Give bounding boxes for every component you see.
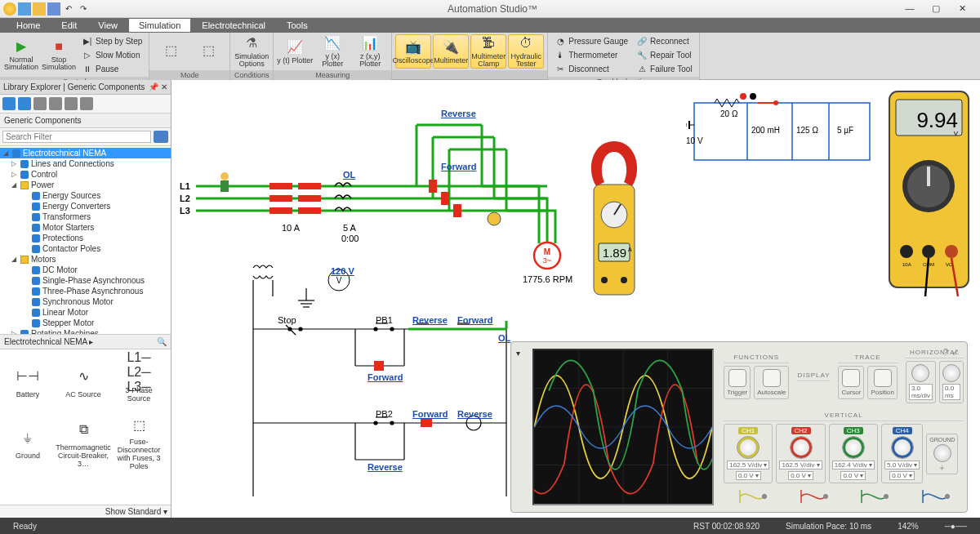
failure-tool[interactable]: ⚠Failure Tool: [633, 62, 696, 75]
palette-breaker[interactable]: ⧉Thermomagnetic Circuit-Breaker, 3…: [56, 411, 111, 472]
lib-tool-3[interactable]: [33, 97, 47, 110]
breadcrumb[interactable]: Electrotechnical NEMA ▸ 🔍: [0, 334, 171, 349]
tab-electrotechnical[interactable]: Electrotechnical: [192, 19, 275, 32]
sim-options[interactable]: ⚗Simulation Options: [234, 34, 270, 69]
tab-home[interactable]: Home: [7, 19, 50, 32]
qat-undo-icon[interactable]: ↶: [62, 2, 75, 16]
scope-ch3[interactable]: CH3162.4 V/div ▾0.0 V ▾: [829, 424, 878, 483]
zxy-plotter[interactable]: 📊z (x,y) Plotter: [352, 34, 388, 69]
lib-tool-5[interactable]: [65, 97, 78, 110]
tree-node[interactable]: Single-Phase Asynchronous: [0, 275, 171, 286]
tree-node[interactable]: DC Motor: [0, 265, 171, 275]
scope-ch4[interactable]: CH45.0 V/div ▾0.0 V ▾: [881, 424, 923, 483]
component-tree[interactable]: ◢Electrotechnical NEMA▷Lines and Connect…: [0, 146, 171, 334]
palette-footer[interactable]: Show Standard ▾: [0, 505, 171, 518]
scope-probe-3[interactable]: [858, 487, 889, 508]
tree-node[interactable]: Synchronous Motor: [0, 296, 171, 307]
timebase-knob[interactable]: 3.0 ms/div: [906, 361, 936, 403]
thermometer[interactable]: 🌡Thermometer: [551, 48, 631, 61]
tab-edit[interactable]: Edit: [51, 19, 87, 32]
search-options-icon[interactable]: [154, 131, 168, 143]
tab-view[interactable]: View: [88, 19, 127, 32]
oscilloscope[interactable]: 📺Oscilloscope: [395, 34, 431, 69]
stop-label: Stop: [278, 315, 296, 325]
ribbon: ▶Normal Simulation■Stop Simulation▶|Step…: [0, 33, 980, 80]
tree-node[interactable]: Stepper Motor: [0, 318, 171, 328]
yt-plotter[interactable]: 📈y (t) Plotter: [277, 34, 313, 69]
expand-icon[interactable]: ⤢: [951, 347, 959, 358]
palette-fuse-disc[interactable]: ⬚Fuse-Disconnector with Fuses, 3 Poles: [111, 411, 167, 472]
tree-node[interactable]: ▷Control: [0, 169, 171, 180]
panel-pin-icon[interactable]: 📌 ✕: [149, 82, 167, 91]
lib-tool-6[interactable]: [80, 97, 93, 110]
lib-tool-2[interactable]: [18, 97, 31, 110]
palette-ground[interactable]: ⏚Ground: [0, 411, 56, 472]
tree-node[interactable]: ◢Motors: [0, 254, 171, 265]
step-by-step[interactable]: ▶|Step by Step: [78, 34, 145, 47]
hydraulic-tester[interactable]: ⏱Hydraulic Tester: [508, 34, 544, 69]
qat-open-icon[interactable]: [33, 2, 46, 16]
qat-redo-icon[interactable]: ↷: [77, 2, 90, 16]
tree-node[interactable]: Energy Converters: [0, 201, 171, 211]
slow-motion[interactable]: ▷Slow Motion: [78, 48, 145, 61]
autoscale-button[interactable]: Autoscale: [754, 366, 789, 399]
tree-node[interactable]: ◢Electrotechnical NEMA: [0, 148, 171, 158]
tree-node[interactable]: Motor Starters: [0, 222, 171, 233]
scope-probe-2[interactable]: [798, 487, 829, 508]
scope-close-icon[interactable]: ▾: [516, 349, 520, 358]
pressure-gauge[interactable]: ◔Pressure Gauge: [551, 34, 631, 47]
horiz-offset-knob[interactable]: 0.0 ms: [939, 361, 964, 403]
tree-node[interactable]: Contactor Poles: [0, 243, 171, 254]
scope-ch1[interactable]: CH1162.5 V/div ▾0.0 V ▾: [724, 424, 773, 483]
reconnect[interactable]: 🔗Reconnect: [633, 34, 696, 47]
palette-ac-source[interactable]: ∿AC Source: [56, 349, 111, 411]
tree-node[interactable]: Transformers: [0, 211, 171, 222]
oscilloscope[interactable]: ▾ ? ⤢: [510, 341, 968, 513]
multimeter[interactable]: 🔌Multimeter: [433, 34, 469, 69]
stop-sim[interactable]: ■Stop Simulation: [41, 38, 77, 72]
minimize-button[interactable]: —: [900, 3, 920, 14]
mode-a[interactable]: ⬚: [153, 34, 189, 69]
scope-probe-1[interactable]: [737, 487, 768, 508]
tree-node[interactable]: ◢Power: [0, 180, 171, 190]
maximize-button[interactable]: ▢: [926, 3, 946, 14]
help-icon[interactable]: ?: [943, 347, 948, 358]
multimeter-clamp[interactable]: 🗜Multimeter Clamp: [470, 34, 506, 69]
diagram-canvas[interactable]: M 3~ L1 L2 L3 10 A OL 5 A 0:00 Reverse F…: [172, 80, 980, 518]
tree-node[interactable]: Energy Sources: [0, 190, 171, 201]
tree-node[interactable]: Protections: [0, 233, 171, 243]
repair-tool[interactable]: 🔧Repair Tool: [633, 48, 696, 61]
tree-node[interactable]: ▷Lines and Connections: [0, 158, 171, 169]
position-button[interactable]: Position: [867, 366, 897, 399]
qat-new-icon[interactable]: [18, 2, 31, 16]
scope-ch2[interactable]: CH2162.5 V/div ▾0.0 V ▾: [776, 424, 825, 483]
search-input[interactable]: [2, 131, 151, 143]
close-button[interactable]: ✕: [952, 3, 972, 14]
lib-tool-4[interactable]: [49, 97, 62, 110]
mode-b[interactable]: ⬚: [190, 34, 226, 69]
scope-probe-4[interactable]: [920, 487, 951, 508]
pause[interactable]: ⏸Pause: [78, 62, 145, 75]
tree-node[interactable]: Linear Motor: [0, 307, 171, 318]
palette-battery[interactable]: ⊢⊣Battery: [0, 349, 56, 411]
normal-sim[interactable]: ▶Normal Simulation: [3, 38, 39, 72]
qat-save-icon[interactable]: [47, 2, 60, 16]
scope-ground[interactable]: GROUND⏚: [926, 434, 958, 474]
status-zoom: 142%: [891, 522, 925, 531]
lib-tool-1[interactable]: [2, 97, 16, 110]
clamp-meter[interactable]: 1.89 A: [576, 137, 653, 305]
tree-node[interactable]: ▷Rotating Machines: [0, 328, 171, 334]
yx-plotter[interactable]: 📉y (x) Plotter: [314, 34, 350, 69]
zoom-slider[interactable]: ─●──: [938, 522, 973, 531]
cursor-button[interactable]: Cursor: [838, 366, 864, 399]
trigger-button[interactable]: Trigger: [724, 366, 751, 399]
tab-simulation[interactable]: Simulation: [129, 19, 190, 32]
svg-point-99: [900, 245, 913, 258]
disconnect[interactable]: ✂Disconnect: [551, 62, 631, 75]
palette-3phase-source[interactable]: L1─ L2─ L3─3-Phase Source: [111, 349, 167, 411]
tree-node[interactable]: Three-Phase Asynchronous: [0, 286, 171, 296]
magnify-icon[interactable]: 🔍: [157, 337, 167, 346]
digital-multimeter[interactable]: 9.94 V 10ACOMVΩ: [886, 88, 972, 300]
tab-tools[interactable]: Tools: [277, 19, 318, 32]
ol-current: 5 A: [343, 223, 356, 233]
